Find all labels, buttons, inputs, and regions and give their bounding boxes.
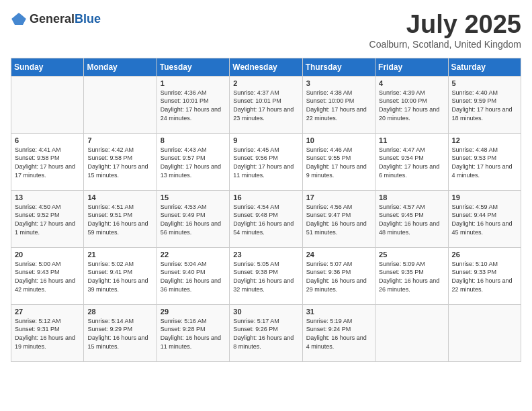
day-content: Sunrise: 5:05 AM Sunset: 9:38 PM Dayligh… [233,260,298,293]
title-block: July 2025 Coalburn, Scotland, United Kin… [369,11,521,50]
day-number: 14 [87,193,152,201]
calendar-cell: 23Sunrise: 5:05 AM Sunset: 9:38 PM Dayli… [230,247,302,304]
calendar-cell: 19Sunrise: 4:59 AM Sunset: 9:44 PM Dayli… [448,190,521,247]
day-content: Sunrise: 4:37 AM Sunset: 10:01 PM Daylig… [233,89,298,122]
calendar-cell: 17Sunrise: 4:56 AM Sunset: 9:47 PM Dayli… [302,190,375,247]
day-content: Sunrise: 5:07 AM Sunset: 9:36 PM Dayligh… [306,260,371,293]
svg-marker-0 [11,13,26,25]
day-content: Sunrise: 4:47 AM Sunset: 9:54 PM Dayligh… [379,146,444,179]
month-title: July 2025 [369,11,521,39]
calendar-cell: 15Sunrise: 4:53 AM Sunset: 9:49 PM Dayli… [157,190,229,247]
day-number: 22 [161,250,226,259]
calendar-week-1: 1Sunrise: 4:36 AM Sunset: 10:01 PM Dayli… [11,76,521,133]
calendar-cell: 10Sunrise: 4:46 AM Sunset: 9:55 PM Dayli… [302,133,375,190]
day-content: Sunrise: 5:12 AM Sunset: 9:31 PM Dayligh… [15,317,80,351]
day-content: Sunrise: 4:45 AM Sunset: 9:56 PM Dayligh… [233,146,298,179]
day-content: Sunrise: 4:41 AM Sunset: 9:58 PM Dayligh… [15,146,80,179]
day-number: 21 [87,250,152,259]
weekday-header-monday: Monday [84,58,157,76]
day-number: 1 [161,79,226,87]
day-content: Sunrise: 4:46 AM Sunset: 9:55 PM Dayligh… [306,146,371,179]
day-content: Sunrise: 4:53 AM Sunset: 9:49 PM Dayligh… [161,203,226,236]
calendar-cell [11,76,84,133]
day-number: 25 [379,250,444,259]
calendar-week-3: 13Sunrise: 4:50 AM Sunset: 9:52 PM Dayli… [11,190,521,247]
calendar-cell: 21Sunrise: 5:02 AM Sunset: 9:41 PM Dayli… [84,247,157,304]
day-content: Sunrise: 5:19 AM Sunset: 9:24 PM Dayligh… [306,317,371,351]
day-number: 28 [87,308,152,316]
calendar-cell: 1Sunrise: 4:36 AM Sunset: 10:01 PM Dayli… [157,76,229,133]
calendar-cell: 8Sunrise: 4:43 AM Sunset: 9:57 PM Daylig… [157,133,229,190]
day-content: Sunrise: 4:54 AM Sunset: 9:48 PM Dayligh… [233,203,298,236]
calendar-cell: 29Sunrise: 5:16 AM Sunset: 9:28 PM Dayli… [157,304,229,361]
calendar-cell: 30Sunrise: 5:17 AM Sunset: 9:26 PM Dayli… [230,304,302,361]
day-number: 12 [452,136,517,144]
calendar-cell [448,304,521,361]
calendar-cell: 25Sunrise: 5:09 AM Sunset: 9:35 PM Dayli… [375,247,448,304]
day-number: 19 [452,193,517,201]
day-number: 18 [379,193,444,201]
day-content: Sunrise: 4:40 AM Sunset: 9:59 PM Dayligh… [452,89,517,122]
day-number: 8 [161,136,226,144]
calendar-cell: 16Sunrise: 4:54 AM Sunset: 9:48 PM Dayli… [230,190,302,247]
logo-text-general: General [30,12,75,26]
day-number: 2 [233,79,298,87]
weekday-header-wednesday: Wednesday [230,58,302,76]
location-text: Coalburn, Scotland, United Kingdom [369,39,521,50]
calendar-cell: 28Sunrise: 5:14 AM Sunset: 9:29 PM Dayli… [84,304,157,361]
calendar-cell: 4Sunrise: 4:39 AM Sunset: 10:00 PM Dayli… [375,76,448,133]
logo-wordmark: GeneralBlue [30,12,101,26]
weekday-header-row: SundayMondayTuesdayWednesdayThursdayFrid… [11,58,521,76]
calendar-cell: 22Sunrise: 5:04 AM Sunset: 9:40 PM Dayli… [157,247,229,304]
calendar-cell: 24Sunrise: 5:07 AM Sunset: 9:36 PM Dayli… [302,247,375,304]
day-content: Sunrise: 5:17 AM Sunset: 9:26 PM Dayligh… [233,317,298,351]
calendar-cell: 18Sunrise: 4:57 AM Sunset: 9:45 PM Dayli… [375,190,448,247]
day-content: Sunrise: 4:48 AM Sunset: 9:53 PM Dayligh… [452,146,517,179]
day-number: 13 [15,193,80,201]
day-content: Sunrise: 5:04 AM Sunset: 9:40 PM Dayligh… [161,260,226,293]
calendar-table: SundayMondayTuesdayWednesdayThursdayFrid… [11,58,521,362]
day-content: Sunrise: 5:16 AM Sunset: 9:28 PM Dayligh… [161,317,226,351]
day-number: 10 [306,136,371,144]
day-number: 31 [306,308,371,316]
day-number: 7 [87,136,152,144]
calendar-cell: 13Sunrise: 4:50 AM Sunset: 9:52 PM Dayli… [11,190,84,247]
day-content: Sunrise: 4:57 AM Sunset: 9:45 PM Dayligh… [379,203,444,236]
day-content: Sunrise: 5:00 AM Sunset: 9:43 PM Dayligh… [15,260,80,293]
calendar-cell: 3Sunrise: 4:38 AM Sunset: 10:00 PM Dayli… [302,76,375,133]
day-number: 4 [379,79,444,87]
calendar-week-4: 20Sunrise: 5:00 AM Sunset: 9:43 PM Dayli… [11,247,521,304]
calendar-cell: 5Sunrise: 4:40 AM Sunset: 9:59 PM Daylig… [448,76,521,133]
day-content: Sunrise: 4:43 AM Sunset: 9:57 PM Dayligh… [161,146,226,179]
day-number: 24 [306,250,371,259]
weekday-header-tuesday: Tuesday [157,58,229,76]
calendar-cell: 12Sunrise: 4:48 AM Sunset: 9:53 PM Dayli… [448,133,521,190]
day-number: 23 [233,250,298,259]
calendar-body: 1Sunrise: 4:36 AM Sunset: 10:01 PM Dayli… [11,76,521,361]
day-content: Sunrise: 4:59 AM Sunset: 9:44 PM Dayligh… [452,203,517,236]
day-content: Sunrise: 4:56 AM Sunset: 9:47 PM Dayligh… [306,203,371,236]
day-number: 27 [15,308,80,316]
day-number: 5 [452,79,517,87]
calendar-week-5: 27Sunrise: 5:12 AM Sunset: 9:31 PM Dayli… [11,304,521,361]
calendar-cell: 2Sunrise: 4:37 AM Sunset: 10:01 PM Dayli… [230,76,302,133]
day-number: 29 [161,308,226,316]
day-content: Sunrise: 4:36 AM Sunset: 10:01 PM Daylig… [161,89,226,122]
day-content: Sunrise: 4:42 AM Sunset: 9:58 PM Dayligh… [87,146,152,179]
day-number: 3 [306,79,371,87]
day-content: Sunrise: 5:09 AM Sunset: 9:35 PM Dayligh… [379,260,444,293]
calendar-cell: 31Sunrise: 5:19 AM Sunset: 9:24 PM Dayli… [302,304,375,361]
weekday-header-saturday: Saturday [448,58,521,76]
weekday-header-friday: Friday [375,58,448,76]
calendar-cell: 14Sunrise: 4:51 AM Sunset: 9:51 PM Dayli… [84,190,157,247]
calendar-cell: 20Sunrise: 5:00 AM Sunset: 9:43 PM Dayli… [11,247,84,304]
day-content: Sunrise: 4:38 AM Sunset: 10:00 PM Daylig… [306,89,371,122]
day-number: 11 [379,136,444,144]
calendar-cell: 6Sunrise: 4:41 AM Sunset: 9:58 PM Daylig… [11,133,84,190]
calendar-header: SundayMondayTuesdayWednesdayThursdayFrid… [11,58,521,76]
weekday-header-sunday: Sunday [11,58,84,76]
day-number: 6 [15,136,80,144]
day-number: 20 [15,250,80,259]
day-number: 26 [452,250,517,259]
calendar-cell: 7Sunrise: 4:42 AM Sunset: 9:58 PM Daylig… [84,133,157,190]
